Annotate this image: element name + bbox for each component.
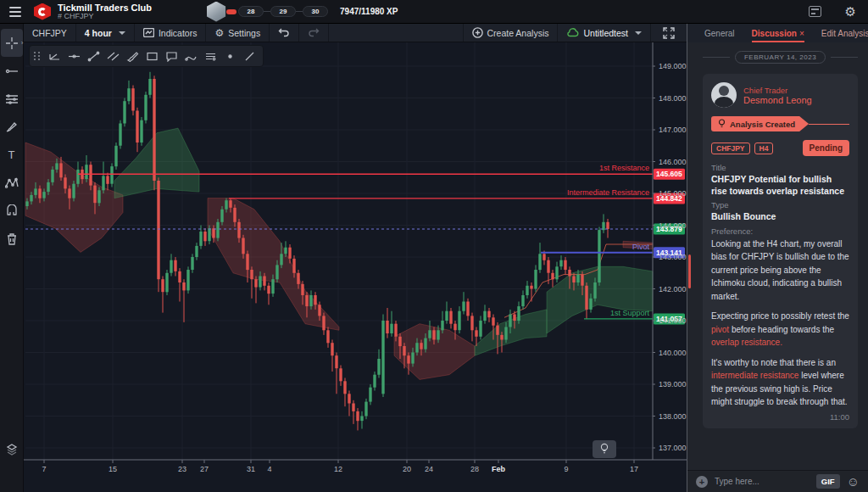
tab-general[interactable]: General	[704, 25, 735, 42]
fullscreen-button[interactable]	[651, 24, 687, 42]
price-chart[interactable]: 1st Resistance145.605Intermediate Resist…	[24, 42, 687, 492]
widgets-icon[interactable]	[809, 6, 821, 17]
timeframe-selector[interactable]: 4 hour	[76, 24, 135, 42]
crosshair-tool[interactable]	[1, 29, 23, 57]
parallel-channel-tool-icon[interactable]	[103, 48, 122, 64]
time-axis-label: 28	[470, 465, 479, 473]
time-axis-label: 9	[564, 465, 568, 473]
idea-bulb-button[interactable]	[593, 440, 616, 458]
delete-tool[interactable]	[1, 225, 23, 253]
pen-tool-icon[interactable]	[123, 48, 142, 64]
discussion-feed: FEBRUARY 14, 2023 Chief Trader Desmond L…	[687, 42, 868, 470]
candlesticks	[25, 72, 609, 431]
author-role: Chief Trader	[743, 86, 812, 95]
channel-name: # CHFJPY	[58, 13, 152, 21]
message-input-bar: + Type here... GIF ☺	[687, 470, 868, 492]
saved-analysis-selector[interactable]: Untitledtest	[558, 24, 651, 42]
price-axis-label: 143.000	[659, 253, 687, 261]
price-axis-label: 141.000	[659, 316, 687, 325]
xp-count: 7947/11980 XP	[340, 7, 398, 16]
time-axis-label: 23	[178, 465, 186, 473]
analysis-body: Looking at the H4 chart, my overall bias…	[711, 238, 849, 409]
scroll-indicator[interactable]	[688, 254, 691, 288]
chart-toolbar: CHFJPY 4 hour Indicators ⚙Settings	[24, 24, 687, 42]
magnet-tool[interactable]	[1, 197, 23, 225]
lightbulb-icon	[718, 119, 726, 129]
settings-button[interactable]: ⚙Settings	[206, 24, 270, 42]
timeframe-tag: H4	[754, 143, 774, 154]
price-axis-label: 144.000	[659, 221, 687, 230]
time-axis-label: 4	[267, 465, 271, 473]
analysis-message-card[interactable]: Chief Trader Desmond Leong Analysis Crea…	[703, 74, 858, 428]
message-timestamp: 11:00	[711, 412, 849, 422]
menu-icon[interactable]	[3, 7, 27, 17]
rectangle-tool-icon[interactable]	[142, 48, 161, 64]
level-badge: 30	[303, 6, 328, 17]
trend-line-tool-icon[interactable]	[84, 48, 103, 64]
brush-tool[interactable]	[1, 113, 23, 141]
time-axis-label: Feb	[492, 465, 506, 473]
price-axis-label: 139.000	[659, 380, 687, 389]
xp-progress-segment	[226, 9, 236, 14]
discussion-panel: General Discussion× Edit Analysis FEBRUA…	[687, 24, 868, 492]
redo-button[interactable]	[299, 24, 329, 42]
avatar[interactable]	[711, 82, 737, 108]
time-axis-label: 27	[200, 465, 209, 473]
time-axis-label: 24	[425, 465, 433, 473]
gear-icon: ⚙	[214, 27, 224, 39]
price-axis-label: 146.000	[659, 158, 687, 166]
price-axis-label: 137.000	[659, 444, 687, 452]
create-analysis-button[interactable]: Create Analysis	[464, 24, 559, 42]
parallel-lines-tool[interactable]	[1, 85, 23, 113]
trendline-tool[interactable]	[1, 57, 23, 85]
time-axis-label: 20	[403, 465, 411, 473]
analysis-type: Bullish Bounce	[711, 210, 849, 222]
analysis-title: CHFJPY Potential for bullish rise toward…	[711, 173, 849, 197]
symbol-label: CHFJPY	[24, 24, 76, 42]
emoji-icon[interactable]: ☺	[847, 475, 860, 488]
layers-icon[interactable]	[1, 435, 23, 463]
chart-area[interactable]: 1st Resistance145.605Intermediate Resist…	[24, 42, 687, 492]
svg-text:1st Support: 1st Support	[610, 309, 650, 317]
indicators-button[interactable]: Indicators	[135, 24, 207, 42]
time-axis-label: 17	[630, 465, 638, 473]
attach-icon[interactable]: +	[696, 476, 708, 488]
left-toolbar: T	[0, 24, 24, 492]
dot-tool-icon[interactable]	[220, 48, 239, 64]
chart-section: CHFJPY 4 hour Indicators ⚙Settings	[24, 24, 687, 492]
comment-tool-icon[interactable]	[162, 48, 181, 64]
time-axis-label: 15	[108, 465, 117, 473]
tab-discussion[interactable]: Discussion×	[752, 25, 804, 42]
level-badge: 29	[270, 6, 296, 17]
text-tool[interactable]: T	[1, 141, 23, 169]
symbol-tag: CHFJPY	[711, 143, 750, 154]
ray-tool-icon[interactable]	[240, 48, 259, 64]
message-input[interactable]: Type here...	[715, 477, 810, 486]
top-bar: Tickmill Traders Club # CHFJPY 28 29 30 …	[0, 0, 868, 24]
lines-stack-tool-icon[interactable]	[201, 48, 220, 64]
gear-icon[interactable]: ⚙	[845, 5, 856, 18]
horizontal-line-tool-icon[interactable]	[64, 48, 83, 64]
gif-button[interactable]: GIF	[816, 474, 840, 489]
title-label: Title	[711, 163, 849, 172]
level-intermediate-resistance[interactable]: Intermediate Resistance144.842	[229, 188, 685, 204]
tab-edit-analysis[interactable]: Edit Analysis	[821, 25, 868, 42]
price-axis-label: 145.000	[659, 189, 687, 198]
undo-button[interactable]	[270, 24, 299, 42]
angle-tool-icon[interactable]	[45, 48, 64, 64]
drag-handle[interactable]	[34, 52, 41, 60]
preference-label: Preference:	[711, 226, 849, 236]
chevron-down-icon	[635, 31, 642, 35]
price-axis-label: 148.000	[659, 94, 687, 103]
pattern-tool[interactable]	[1, 169, 23, 197]
floating-draw-toolbar	[29, 45, 264, 67]
pending-badge[interactable]: Pending	[803, 140, 849, 156]
author-name[interactable]: Desmond Leong	[743, 95, 812, 105]
price-axis-label: 142.000	[659, 285, 687, 294]
svg-text:Pivot: Pivot	[632, 243, 650, 251]
price-axis-label: 140.000	[659, 349, 687, 357]
panel-tabs: General Discussion× Edit Analysis	[687, 24, 868, 42]
price-axis-label: 149.000	[659, 62, 687, 70]
curve-tool-icon[interactable]	[181, 48, 200, 64]
xp-progress: 28 29 30 7947/11980 XP	[206, 2, 398, 22]
